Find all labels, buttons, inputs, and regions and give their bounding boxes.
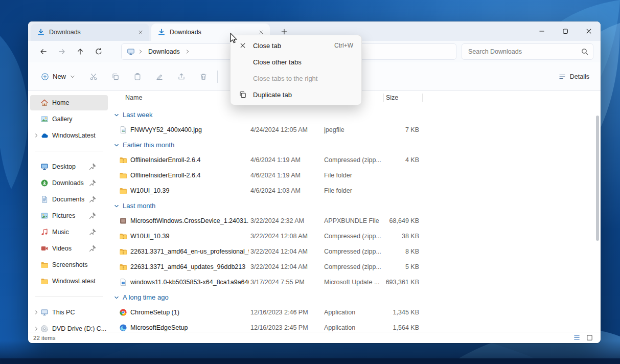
paste-button[interactable] (128, 68, 147, 85)
tab-context-menu: Close tabCtrl+WClose other tabsClose tab… (230, 35, 362, 105)
copy-button[interactable] (106, 68, 125, 85)
rename-button[interactable] (150, 68, 169, 85)
menu-item-close-other-tabs[interactable]: Close other tabs (233, 54, 359, 70)
details-icon (558, 73, 566, 81)
column-divider[interactable] (383, 94, 384, 102)
sidebar-item-label: WindowsLatest (52, 132, 108, 139)
file-row-fnwvyy52-400x400-jpg[interactable]: FNWVyY52_400x400.jpg4/24/2024 12:05 AMjp… (110, 122, 594, 138)
gallery-icon (40, 115, 49, 123)
file-row-offlineinsiderenroll-2-6-4[interactable]: OfflineInsiderEnroll-2.6.44/6/2024 1:19 … (110, 152, 594, 168)
maximize-button[interactable] (554, 21, 577, 41)
file-row-w10ui-10-39[interactable]: W10UI_10.394/6/2024 1:03 AMFile folder (110, 183, 594, 198)
sidebar-item-desktop[interactable]: Desktop (30, 159, 108, 174)
file-date-modified: 3/22/2024 12:04 AM (250, 259, 322, 275)
this-pc-monitor-icon (127, 48, 135, 56)
new-plus-icon (41, 73, 49, 81)
share-button[interactable] (172, 68, 191, 85)
chevron-right-icon (137, 49, 144, 55)
sidebar-item-label: Screenshots (52, 261, 108, 268)
minimize-icon (538, 27, 546, 35)
sidebar-item-windowslatest[interactable]: WindowsLatest (30, 128, 108, 143)
sidebar-item-label: Downloads (52, 179, 108, 187)
expand-chevron-icon[interactable] (32, 309, 40, 315)
sidebar-item-label: WindowsLatest (52, 278, 108, 285)
file-size: 693,361 KB (363, 275, 419, 290)
file-row-w10ui-10-39[interactable]: W10UI_10.393/22/2024 12:08 AMCompressed … (110, 229, 594, 244)
forward-button[interactable] (53, 43, 71, 60)
home-icon (40, 99, 49, 107)
group-title: Earlier this month (123, 141, 174, 149)
edge-file-icon (119, 324, 127, 332)
details-button[interactable]: Details (554, 70, 593, 84)
column-header-name[interactable]: Name (125, 91, 142, 104)
vertical-scrollbar[interactable] (596, 105, 599, 329)
appx-file-icon (119, 217, 127, 225)
details-view-icon[interactable] (573, 334, 581, 342)
maximize-icon (561, 27, 569, 35)
file-row-chromesetup-1[interactable]: ChromeSetup (1)12/16/2023 2:46 PMApplica… (110, 305, 594, 320)
delete-button[interactable] (194, 68, 213, 85)
file-row-microsoftwindows-crossdevice-1-24031[interactable]: MicrosoftWindows.CrossDevice_1.24031...3… (110, 213, 594, 229)
menu-item-duplicate-tab[interactable]: Duplicate tab (233, 86, 359, 103)
file-row-windows11-0-kb5035853-x64-8ca1a9a646[interactable]: windows11.0-kb5035853-x64_8ca1a9a646...3… (110, 275, 594, 290)
search-input[interactable] (468, 48, 581, 55)
cut-button[interactable] (84, 68, 103, 85)
collapse-chevron-icon (113, 203, 120, 209)
refresh-button[interactable] (89, 43, 108, 60)
group-header-earlier-this-month[interactable]: Earlier this month (110, 138, 594, 152)
sidebar-item-dvd-drive-d-c[interactable]: DVD Drive (D:) C... (30, 321, 108, 332)
sidebar-item-music[interactable]: Music (30, 224, 108, 240)
expand-chevron-icon[interactable] (32, 132, 40, 139)
new-button[interactable]: New (35, 69, 81, 84)
downloads-icon (40, 179, 49, 187)
menu-item-label: Close tab (253, 42, 329, 50)
onedrive-icon (40, 131, 49, 140)
chrome-file-icon (119, 308, 127, 316)
sidebar-item-videos[interactable]: Videos (30, 241, 108, 256)
explorer-tab-1[interactable]: Downloads (31, 24, 149, 41)
sidebar-item-home[interactable]: Home (30, 95, 108, 110)
menu-icon-spacer (238, 74, 248, 82)
file-row-microsoftedgesetup[interactable]: MicrosoftEdgeSetup12/16/2023 2:45 PMAppl… (110, 320, 594, 332)
column-header-size[interactable]: Size (386, 91, 398, 104)
file-row-22631-3371-amd64-en-us-professional-9[interactable]: 22631.3371_amd64_en-us_professional_9...… (110, 244, 594, 259)
music-icon (40, 228, 49, 236)
group-header-a-long-time-ago[interactable]: A long time ago (110, 290, 594, 305)
sidebar-item-screenshots[interactable]: Screenshots (30, 257, 108, 272)
large-icons-view-icon[interactable] (586, 334, 593, 342)
menu-item-close-tab[interactable]: Close tabCtrl+W (233, 37, 359, 54)
image-file-icon (119, 126, 127, 134)
file-date-modified: 12/16/2023 2:46 PM (250, 305, 322, 320)
breadcrumb-downloads[interactable]: Downloads (146, 47, 182, 56)
sidebar-item-label: This PC (52, 309, 108, 316)
chevron-right-icon (185, 49, 191, 55)
sidebar-item-gallery[interactable]: Gallery (30, 111, 108, 127)
sidebar-item-documents[interactable]: Documents (30, 192, 108, 207)
sidebar-item-windowslatest[interactable]: WindowsLatest (30, 274, 108, 289)
tab-close-button[interactable] (135, 27, 146, 38)
sidebar-item-pictures[interactable]: Pictures (30, 208, 108, 223)
sidebar-item-label: Videos (52, 245, 108, 252)
back-button[interactable] (34, 43, 53, 60)
file-row-22631-3371-amd64-updates-96ddb213[interactable]: 22631.3371_amd64_updates_96ddb2133/22/20… (110, 259, 594, 275)
sidebar-item-this-pc[interactable]: This PC (30, 305, 108, 320)
sidebar-item-downloads[interactable]: Downloads (30, 175, 108, 191)
sidebar-item-label: Pictures (52, 212, 108, 219)
tab-downloads-icon (157, 28, 166, 36)
group-header-last-week[interactable]: Last week (110, 107, 594, 122)
minimize-button[interactable] (530, 21, 554, 41)
sidebar-item-label: Home (52, 99, 108, 106)
column-divider[interactable] (422, 94, 423, 102)
folder-file-icon (119, 171, 127, 179)
expand-chevron-icon[interactable] (32, 326, 40, 332)
menu-item-shortcut: Ctrl+W (334, 42, 353, 49)
up-button[interactable] (71, 43, 89, 60)
file-name: 22631.3371_amd64_updates_96ddb213 (130, 259, 249, 275)
close-window-button[interactable] (577, 21, 601, 41)
file-row-offlineinsiderenroll-2-6-4[interactable]: OfflineInsiderEnroll-2.6.44/6/2024 1:19 … (110, 168, 594, 183)
group-header-last-month[interactable]: Last month (110, 198, 594, 213)
status-bar: 22 items (28, 332, 601, 343)
scrollbar-thumb[interactable] (596, 116, 599, 241)
share-icon (177, 73, 186, 81)
pin-icon (88, 212, 97, 220)
